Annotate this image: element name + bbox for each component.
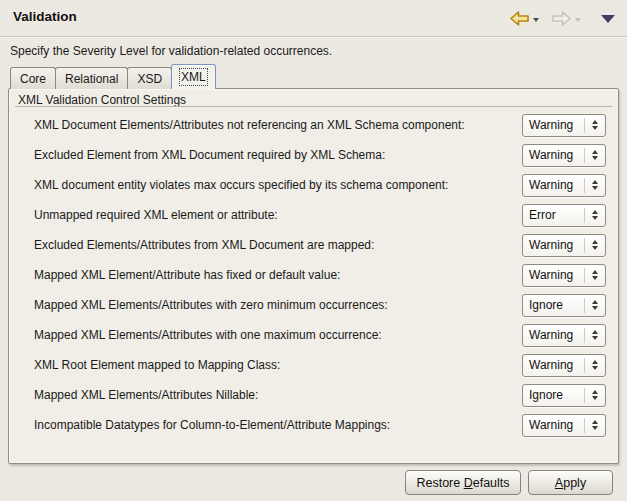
setting-label: Mapped XML Elements/Attributes with zero… [34,298,388,312]
settings-list: XML Document Elements/Attributes not ref… [34,113,606,443]
setting-row: Mapped XML Elements/Attributes Nillable:… [34,383,606,407]
setting-row: XML Document Elements/Attributes not ref… [34,113,606,137]
setting-label: Mapped XML Element/Attribute has fixed o… [34,268,340,282]
setting-row: Unmapped required XML element or attribu… [34,203,606,227]
tab-xsd[interactable]: XSD [127,67,172,89]
validation-preferences-page: Validation Specify the Severity Level fo… [0,0,627,501]
setting-row: XML document entity violates max occurs … [34,173,606,197]
tab-core[interactable]: Core [10,67,56,89]
tab-relational[interactable]: Relational [55,67,128,89]
setting-row: XML Root Element mapped to Mapping Class… [34,353,606,377]
spinner-arrows-icon[interactable] [585,330,605,340]
severity-select[interactable]: Warning [522,354,606,377]
forward-dropdown-chevron-icon [575,18,581,22]
group-separator [15,106,612,107]
severity-select[interactable]: Ignore [522,384,606,407]
severity-value: Warning [523,328,584,342]
setting-label: Incompatible Datatypes for Column-to-Ele… [34,418,390,432]
tab-label: XSD [137,72,162,86]
spinner-arrows-icon[interactable] [585,420,605,430]
severity-select[interactable]: Warning [522,234,606,257]
button-text: pply [563,476,586,490]
history-nav [509,11,615,26]
tab-label: Relational [65,72,118,86]
severity-select[interactable]: Error [522,204,606,227]
spinner-arrows-icon[interactable] [585,150,605,160]
button-accesskey: D [464,476,473,490]
page-header: Validation [0,0,627,37]
setting-row: Mapped XML Element/Attribute has fixed o… [34,263,606,287]
severity-value: Warning [523,148,584,162]
setting-label: Mapped XML Elements/Attributes with one … [34,328,382,342]
severity-value: Warning [523,178,584,192]
severity-select[interactable]: Warning [522,324,606,347]
tab-label: Core [20,72,46,86]
setting-row: Mapped XML Elements/Attributes with one … [34,323,606,347]
tab-label: XML [181,70,206,84]
severity-select[interactable]: Warning [522,174,606,197]
severity-value: Warning [523,238,584,252]
severity-select[interactable]: Warning [522,144,606,167]
spinner-arrows-icon[interactable] [585,360,605,370]
button-text: Restore [416,476,463,490]
spinner-arrows-icon[interactable] [585,180,605,190]
severity-value: Error [523,208,584,222]
back-arrow-icon [509,11,530,26]
setting-label: Mapped XML Elements/Attributes Nillable: [34,388,258,402]
restore-defaults-button[interactable]: Restore Defaults [405,470,521,495]
setting-label: XML document entity violates max occurs … [34,178,448,192]
severity-select[interactable]: Ignore [522,294,606,317]
setting-row: Excluded Element from XML Document requi… [34,143,606,167]
severity-value: Warning [523,418,584,432]
severity-value: Ignore [523,388,584,402]
severity-select[interactable]: Warning [522,264,606,287]
spinner-arrows-icon[interactable] [585,390,605,400]
button-accesskey: A [555,476,563,490]
button-text: efaults [473,476,510,490]
forward-button [551,11,581,26]
back-button[interactable] [509,11,539,26]
setting-label: XML Document Elements/Attributes not ref… [34,118,465,132]
tab-xml[interactable]: XML [171,64,216,89]
setting-row: Excluded Elements/Attributes from XML Do… [34,233,606,257]
setting-label: Unmapped required XML element or attribu… [34,208,278,222]
view-menu-icon[interactable] [601,15,615,23]
page-title: Validation [13,9,77,24]
back-dropdown-chevron-icon[interactable] [533,18,539,22]
severity-value: Warning [523,268,584,282]
forward-arrow-icon [551,11,572,26]
spinner-arrows-icon[interactable] [585,300,605,310]
severity-value: Warning [523,358,584,372]
spinner-arrows-icon[interactable] [585,270,605,280]
spinner-arrows-icon[interactable] [585,240,605,250]
page-description: Specify the Severity Level for validatio… [10,44,332,58]
tab-content-panel: XML Validation Control Settings XML Docu… [8,88,619,464]
group-title: XML Validation Control Settings [18,93,186,107]
setting-label: Excluded Element from XML Document requi… [34,148,385,162]
apply-button[interactable]: Apply [528,470,613,495]
setting-row: Incompatible Datatypes for Column-to-Ele… [34,413,606,437]
severity-select[interactable]: Warning [522,414,606,437]
setting-label: XML Root Element mapped to Mapping Class… [34,358,280,372]
setting-row: Mapped XML Elements/Attributes with zero… [34,293,606,317]
spinner-arrows-icon[interactable] [585,120,605,130]
severity-value: Warning [523,118,584,132]
severity-value: Ignore [523,298,584,312]
setting-label: Excluded Elements/Attributes from XML Do… [34,238,374,252]
spinner-arrows-icon[interactable] [585,210,605,220]
tab-bar: Core Relational XSD XML [10,63,215,89]
severity-select[interactable]: Warning [522,114,606,137]
